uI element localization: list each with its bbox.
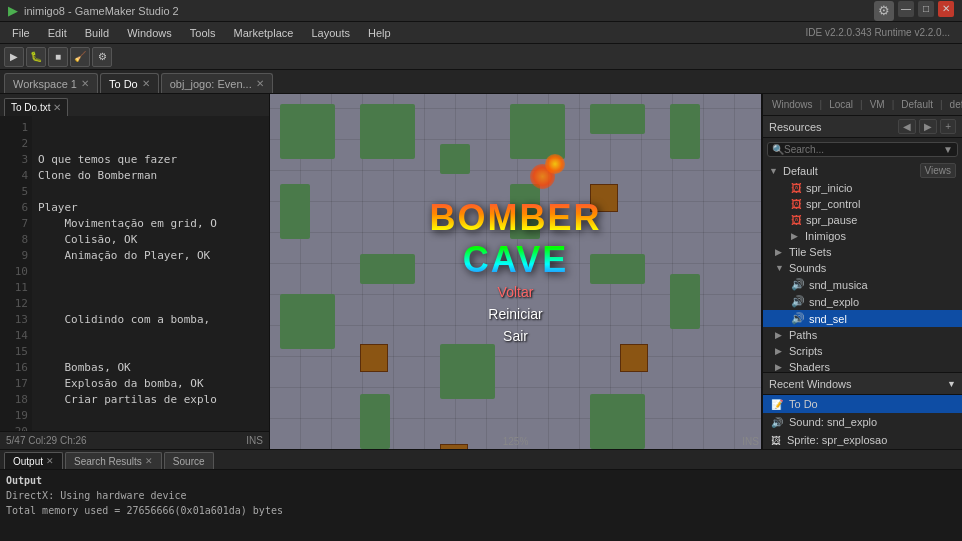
resources-header-buttons: ◀ ▶ + xyxy=(898,119,956,134)
workspace-tab-close[interactable]: ✕ xyxy=(81,78,89,89)
tree-item-snd-explo[interactable]: 🔊 snd_explo xyxy=(763,293,962,310)
tree-item-spr-inicio[interactable]: 🖼 spr_inicio xyxy=(763,180,962,196)
local-tab[interactable]: Local xyxy=(826,99,856,110)
recent-item-snd-explo[interactable]: 🔊 Sound: snd_explo xyxy=(763,413,962,431)
green-patch-15 xyxy=(590,394,645,449)
obj-jogo-tab-close[interactable]: ✕ xyxy=(256,78,264,89)
debug-button[interactable]: 🐛 xyxy=(26,47,46,67)
menu-build[interactable]: Build xyxy=(77,25,117,41)
bottom-panel: Output ✕ Search Results ✕ Source Output … xyxy=(0,449,962,519)
tree-item-sounds[interactable]: ▼ Sounds xyxy=(763,260,962,276)
clean-button[interactable]: 🧹 xyxy=(70,47,90,67)
search-options-button[interactable]: ▼ xyxy=(943,144,953,155)
search-input[interactable] xyxy=(784,144,943,155)
tree-item-tilesets[interactable]: ▶ Tile Sets xyxy=(763,244,962,260)
app-title: inimigo8 - GameMaker Studio 2 xyxy=(24,5,179,17)
sound-recent-icon: 🔊 xyxy=(771,417,783,428)
green-patch-2 xyxy=(360,104,415,159)
fire-effect-2 xyxy=(545,154,565,174)
maximize-button[interactable]: □ xyxy=(918,1,934,17)
output-line-2: Total memory used = 27656666(0x01a601da)… xyxy=(6,503,956,518)
green-patch-3 xyxy=(440,144,470,174)
code-line-17: Criar partilas de explo xyxy=(38,393,217,406)
menu-tools[interactable]: Tools xyxy=(182,25,224,41)
sounds-chevron-icon: ▼ xyxy=(775,263,785,273)
menu-windows[interactable]: Windows xyxy=(119,25,180,41)
output-tab[interactable]: Output ✕ xyxy=(4,452,63,469)
toolbar: ▶ 🐛 ■ 🧹 ⚙ xyxy=(0,44,962,70)
output-line-1: DirectX: Using hardware device xyxy=(6,488,956,503)
recent-item-todo[interactable]: 📝 To Do xyxy=(763,395,962,413)
recent-item-spr-explosao[interactable]: 🖼 Sprite: spr_explosao xyxy=(763,431,962,449)
tree-item-paths[interactable]: ▶ Paths xyxy=(763,327,962,343)
sprite-icon: 🖼 xyxy=(791,182,802,194)
todo-tab-close[interactable]: ✕ xyxy=(142,78,150,89)
defa-tab[interactable]: defa xyxy=(947,99,962,110)
workspace-tab[interactable]: Workspace 1 ✕ xyxy=(4,73,98,93)
vm-tab[interactable]: VM xyxy=(867,99,888,110)
sair-option: Sair xyxy=(393,325,639,347)
tree-default[interactable]: ▼ Default Views xyxy=(763,161,962,180)
sound-icon: 🔊 xyxy=(791,278,805,291)
todo-file-close[interactable]: ✕ xyxy=(53,102,61,113)
todo-icon: 📝 xyxy=(771,399,783,410)
resource-tree: ▼ Default Views 🖼 spr_inicio 🖼 spr_contr… xyxy=(763,161,962,372)
nav-back-button[interactable]: ◀ xyxy=(898,119,916,134)
search-results-tab-close[interactable]: ✕ xyxy=(145,456,153,466)
tree-item-spr-pause[interactable]: 🖼 spr_pause xyxy=(763,212,962,228)
minimize-button[interactable]: — xyxy=(898,1,914,17)
default-tab[interactable]: Default xyxy=(898,99,936,110)
green-patch-14 xyxy=(360,394,390,449)
chevron-right-icon-2: ▶ xyxy=(775,247,785,257)
code-editor[interactable]: 12345 678910 1112131415 1617181920 O que… xyxy=(0,116,269,431)
todo-file-tab[interactable]: To Do.txt ✕ xyxy=(4,98,68,116)
stop-button[interactable]: ■ xyxy=(48,47,68,67)
source-tab[interactable]: Source xyxy=(164,452,214,469)
tree-item-snd-musica[interactable]: 🔊 snd_musica xyxy=(763,276,962,293)
tree-item-shaders[interactable]: ▶ Shaders xyxy=(763,359,962,372)
output-tab-close[interactable]: ✕ xyxy=(46,456,54,466)
views-button[interactable]: Views xyxy=(920,163,957,178)
windows-tab[interactable]: Windows xyxy=(769,99,816,110)
code-line-15: Bombas, OK xyxy=(38,361,131,374)
code-content[interactable]: O que temos que fazer Clone do Bomberman… xyxy=(32,116,269,431)
code-line-7: Colisão, OK xyxy=(38,233,137,246)
menu-marketplace[interactable]: Marketplace xyxy=(225,25,301,41)
run-button[interactable]: ▶ xyxy=(4,47,24,67)
tree-item-scripts[interactable]: ▶ Scripts xyxy=(763,343,962,359)
search-results-tab[interactable]: Search Results ✕ xyxy=(65,452,162,469)
tree-item-snd-sel[interactable]: 🔊 snd_sel xyxy=(763,310,962,327)
brown-block-2 xyxy=(360,344,388,372)
search-box[interactable]: 🔍 ▼ xyxy=(767,142,958,157)
menu-file[interactable]: File xyxy=(4,25,38,41)
tree-item-spr-control[interactable]: 🖼 spr_control xyxy=(763,196,962,212)
code-line-16: Explosão da bomba, OK xyxy=(38,377,204,390)
sprite-recent-icon: 🖼 xyxy=(771,435,781,446)
menu-edit[interactable]: Edit xyxy=(40,25,75,41)
sound-icon-2: 🔊 xyxy=(791,295,805,308)
tree-item-inimigos[interactable]: ▶ Inimigos xyxy=(763,228,962,244)
ins-badge: INS xyxy=(742,436,759,447)
obj-jogo-tab[interactable]: obj_jogo: Even... ✕ xyxy=(161,73,273,93)
title-bar-controls: ⚙ — □ ✕ xyxy=(874,1,954,21)
paths-chevron-icon: ▶ xyxy=(775,330,785,340)
todo-tab[interactable]: To Do ✕ xyxy=(100,73,159,93)
nav-forward-button[interactable]: ▶ xyxy=(919,119,937,134)
settings-button[interactable]: ⚙ xyxy=(92,47,112,67)
add-resource-button[interactable]: + xyxy=(940,119,956,134)
code-line-11 xyxy=(38,297,45,310)
recent-windows-section: Recent Windows ▼ 📝 To Do 🔊 Sound: snd_ex… xyxy=(763,372,962,449)
voltar-option: Voltar xyxy=(393,281,639,303)
close-button[interactable]: ✕ xyxy=(938,1,954,17)
chevron-right-icon: ▶ xyxy=(791,231,801,241)
green-patch-13 xyxy=(440,344,495,399)
gear-icon[interactable]: ⚙ xyxy=(874,1,894,21)
sound-icon-3: 🔊 xyxy=(791,312,805,325)
green-patch-11 xyxy=(280,294,335,349)
editor-status-bar: 5/47 Col:29 Ch:26 INS xyxy=(0,431,269,449)
menu-layouts[interactable]: Layouts xyxy=(303,25,358,41)
code-line-4 xyxy=(38,185,45,198)
code-tabs: To Do.txt ✕ xyxy=(0,94,269,116)
menu-help[interactable]: Help xyxy=(360,25,399,41)
recent-windows-title: Recent Windows xyxy=(769,378,852,390)
